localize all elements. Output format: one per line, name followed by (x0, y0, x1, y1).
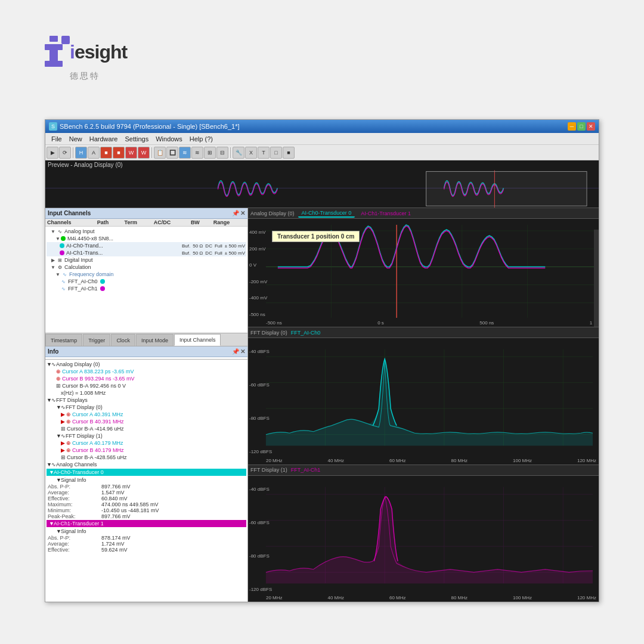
toolbar-btn-3[interactable]: H (75, 147, 87, 159)
tab-timestamp[interactable]: Timestamp (45, 334, 82, 346)
fft-display-0-header: FFT Display (0) FFT_AI-Ch0 (248, 327, 599, 338)
ch-tab-0[interactable]: AI-Ch0-Transducer 0 (298, 209, 355, 218)
tab-clock[interactable]: Clock (111, 334, 135, 346)
tab-input-mode[interactable]: Input Mode (136, 334, 174, 346)
menu-file[interactable]: File (48, 133, 66, 144)
fft-display-1-title: FFT Display (1) (250, 467, 287, 473)
logo-subtitle: 德思特 (70, 71, 152, 82)
analog-icon: ∿ (56, 228, 63, 234)
maximize-button[interactable]: □ (577, 122, 586, 131)
menu-help[interactable]: Help (?) (186, 133, 216, 144)
info-panel-header: Info 📌 ✕ (45, 346, 247, 360)
menu-bar: File New Hardware Settings Windows Help … (45, 133, 599, 145)
fft0-dot (100, 279, 105, 284)
info-ch0-eff: Effective: 60.840 mV (47, 496, 246, 501)
info-close-icon[interactable]: ✕ (240, 348, 245, 355)
col-bw: BW (189, 219, 212, 227)
toolbar-btn-7[interactable]: W (125, 147, 137, 159)
minimize-button[interactable]: ─ (568, 122, 576, 131)
analog-display-header: Analog Display (0) AI-Ch0-Transducer 0 A… (248, 208, 599, 219)
info-ch0-min: Minimum: -10.450 us -448.181 mV (47, 507, 246, 513)
toolbar-btn-8[interactable]: W (138, 147, 150, 159)
toolbar-btn-19[interactable]: ■ (283, 147, 295, 159)
fft-display-0-canvas: -40 dBFS -60 dBFS -80 dBFS -120 dBFS 20 … (248, 338, 599, 465)
toolbar-btn-12[interactable]: ≋ (191, 147, 203, 159)
info-fft0-cursor-diff: ⊞ Cursor B-A -414.96 uHz (47, 425, 246, 432)
info-analog-display: ▼ ∿ Analog Display (0) (47, 361, 246, 368)
info-fft1-cursor-b: ▶ ⊕ Cursor B 40.179 MHz (47, 447, 246, 454)
logo: iesight 德思特 (45, 36, 152, 95)
expand-calc[interactable]: ▼ (50, 264, 56, 270)
toolbar-btn-1[interactable]: ▶ (47, 147, 58, 159)
info-fft1-cursor-a: ▶ ⊕ Cursor A 40.179 MHz (47, 439, 246, 447)
toolbar-btn-16[interactable]: X (245, 147, 257, 159)
svg-rect-3 (45, 61, 63, 67)
fft0-icon: ∿ (60, 278, 67, 284)
toolbar-btn-15[interactable]: 🔧 (233, 147, 244, 159)
toolbar-btn-2[interactable]: ⟳ (59, 147, 71, 159)
tree-row-freq-domain: ▼ ∿ Frequency domain (47, 271, 246, 278)
window-title: SBench 6.2.5 build 9794 (Professional - … (60, 123, 239, 130)
panel-close-icon[interactable]: ✕ (240, 210, 245, 216)
digital-icon: ⊞ (56, 257, 63, 263)
menu-windows[interactable]: Windows (152, 133, 186, 144)
expand-analog[interactable]: ▼ (50, 228, 56, 234)
toolbar-btn-18[interactable]: □ (270, 147, 282, 159)
expand-device[interactable]: ▼ (55, 236, 61, 242)
toolbar-btn-11[interactable]: ≋ (179, 147, 191, 159)
main-content: Input Channels 📌 ✕ Channels Path Term (45, 208, 599, 602)
expand-digital[interactable]: ▶ (50, 257, 56, 263)
pin-icon[interactable]: 📌 (232, 210, 239, 216)
tab-input-channels[interactable]: Input Channels (174, 334, 221, 346)
logo-svg (45, 36, 70, 69)
fft-display-1-canvas: -40 dBFS -60 dBFS -80 dBFS -120 dBFS 20 … (248, 476, 599, 602)
device-status-dot (61, 236, 66, 241)
info-fft-display-0: ▼ ∿ FFT Display (0) (47, 404, 246, 411)
preview-area: Preview - Analog Display (0) (45, 160, 599, 208)
menu-settings[interactable]: Settings (121, 133, 152, 144)
input-channels-header: Input Channels 📌 ✕ (45, 208, 247, 219)
title-bar: S SBench 6.2.5 build 9794 (Professional … (45, 120, 599, 133)
toolbar-btn-10[interactable]: 🔲 (166, 147, 178, 159)
toolbar-btn-17[interactable]: T (258, 147, 270, 159)
menu-new[interactable]: New (66, 133, 86, 144)
menu-hardware[interactable]: Hardware (86, 133, 122, 144)
toolbar-btn-5[interactable]: ■ (100, 147, 112, 159)
tree-row-analog-input: ▼ ∿ Analog Input (47, 228, 246, 235)
info-pin-icon[interactable]: 📌 (232, 348, 239, 355)
toolbar-sep-2 (151, 147, 152, 158)
ch1-dot (60, 250, 64, 255)
info-ch1-avg: Average: 1.724 mV (47, 541, 246, 547)
fft1-dot (100, 286, 105, 291)
expand-freq[interactable]: ▼ (55, 271, 61, 277)
col-channels: Channels (45, 219, 95, 227)
tree-row-ch1: AI-Ch1-Trans... Buf. 50 Ω DC Full ± 500 … (47, 249, 246, 256)
preview-waveform (45, 169, 599, 208)
tab-trigger[interactable]: Trigger (83, 334, 110, 346)
toolbar-btn-13[interactable]: ⊞ (204, 147, 216, 159)
tree-row-fft1: ∿ FFT_AI-Ch1 (47, 285, 246, 292)
fft0-waveform-svg (248, 338, 599, 465)
info-analog-channels: ▼ ∿ Analog Channels (47, 461, 246, 468)
toolbar-btn-6[interactable]: ■ (113, 147, 125, 159)
tree-row-calculation: ▼ ⚙ Calculation (47, 264, 246, 271)
toolbar-btn-4[interactable]: A (88, 147, 100, 159)
fft-display-1: FFT Display (1) FFT_AI-Ch1 -40 dBFS -60 … (248, 465, 599, 602)
app-window: S SBench 6.2.5 build 9794 (Professional … (45, 119, 599, 602)
analog-canvas: Transducer 1 position 0 cm 400 mV 200 mV… (248, 219, 599, 327)
channels-tree: ▼ ∿ Analog Input ▼ M4i.4450-x8 SN8... AI… (45, 227, 247, 293)
toolbar-btn-9[interactable]: 📋 (154, 147, 166, 159)
panel-header-icons: 📌 ✕ (232, 210, 245, 216)
info-ch1-eff: Effective: 59.624 mV (47, 547, 246, 553)
logo-icon: iesight (45, 36, 152, 69)
close-button[interactable]: ✕ (587, 122, 595, 131)
info-cursor-a: ⊕ Cursor A 838.223 ps -3.65 mV (47, 368, 246, 375)
info-label: Info (48, 348, 58, 355)
ch-tab-1[interactable]: AI-Ch1-Transducer 1 (357, 209, 414, 218)
scroll-hint[interactable] (594, 230, 599, 327)
channels-table: Channels Path Term AC/DC BW Range (45, 219, 247, 227)
info-fft0-cursor-b: ▶ ⊕ Cursor B 40.391 MHz (47, 418, 246, 425)
toolbar-btn-14[interactable]: ⊟ (216, 147, 228, 159)
right-panel: Analog Display (0) AI-Ch0-Transducer 0 A… (248, 208, 599, 602)
info-ch0-avg: Average: 1.547 mV (47, 490, 246, 496)
